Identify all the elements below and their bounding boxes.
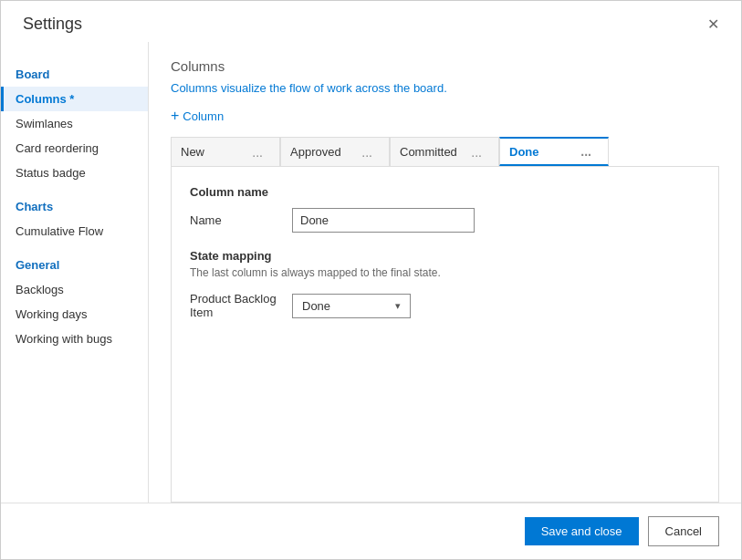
tab-new[interactable]: New ... [171, 137, 280, 166]
tab-committed[interactable]: Committed ... [390, 137, 499, 166]
add-column-label: Column [183, 109, 224, 123]
settings-dialog: Settings ✕ Board Columns * Swimlanes Car… [0, 0, 742, 560]
tab-approved[interactable]: Approved ... [280, 137, 390, 166]
tab-done-menu[interactable]: ... [580, 144, 591, 159]
sidebar-item-working-days[interactable]: Working days [1, 302, 148, 327]
sidebar-section-board: Board [1, 53, 148, 87]
name-field-row: Name [190, 208, 700, 233]
plus-icon: + [171, 108, 179, 124]
sidebar-item-card-reordering[interactable]: Card reordering [1, 136, 148, 161]
tab-done-label: Done [509, 145, 539, 159]
sidebar-item-swimlanes[interactable]: Swimlanes [1, 111, 148, 136]
tab-new-menu[interactable]: ... [252, 145, 263, 160]
chevron-down-icon: ▾ [395, 300, 401, 312]
main-content: Columns Columns visualize the flow of wo… [149, 42, 741, 503]
close-button[interactable]: ✕ [702, 14, 725, 35]
name-input[interactable] [292, 208, 475, 233]
tab-approved-label: Approved [290, 145, 341, 159]
select-value: Done [302, 299, 330, 313]
column-name-section-title: Column name [190, 185, 700, 199]
sidebar: Board Columns * Swimlanes Card reorderin… [1, 42, 149, 503]
page-title: Columns [171, 58, 719, 74]
column-form: Column name Name State mapping The last … [171, 166, 719, 503]
sidebar-item-status-badge[interactable]: Status badge [1, 161, 148, 185]
state-mapping-description: The last column is always mapped to the … [190, 266, 700, 279]
dialog-footer: Save and close Cancel [1, 503, 741, 559]
columns-tabs: New ... Approved ... Committed ... Done … [171, 137, 719, 166]
sidebar-section-general: General [1, 244, 148, 277]
tab-approved-menu[interactable]: ... [361, 145, 372, 160]
dialog-title: Settings [23, 15, 82, 34]
dialog-header: Settings ✕ [1, 1, 741, 42]
tab-new-label: New [181, 145, 204, 159]
state-mapping-row: Product Backlog Item Done ▾ [190, 292, 700, 319]
save-and-close-button[interactable]: Save and close [525, 517, 639, 545]
product-backlog-label: Product Backlog Item [190, 292, 281, 319]
tab-committed-menu[interactable]: ... [471, 145, 482, 160]
tab-done[interactable]: Done ... [499, 137, 609, 166]
product-backlog-select[interactable]: Done ▾ [292, 294, 411, 318]
sidebar-item-cumulative-flow[interactable]: Cumulative Flow [1, 219, 148, 244]
sidebar-item-columns[interactable]: Columns * [1, 87, 148, 111]
sidebar-item-backlogs[interactable]: Backlogs [1, 277, 148, 302]
sidebar-section-charts: Charts [1, 185, 148, 219]
tab-committed-label: Committed [400, 145, 457, 159]
dialog-body: Board Columns * Swimlanes Card reorderin… [1, 42, 741, 503]
cancel-button[interactable]: Cancel [648, 516, 719, 546]
name-label: Name [190, 213, 281, 227]
sidebar-item-working-with-bugs[interactable]: Working with bugs [1, 327, 148, 351]
page-description: Columns visualize the flow of work acros… [171, 81, 719, 95]
add-column-button[interactable]: + Column [171, 108, 719, 124]
state-mapping-title: State mapping [190, 249, 700, 263]
